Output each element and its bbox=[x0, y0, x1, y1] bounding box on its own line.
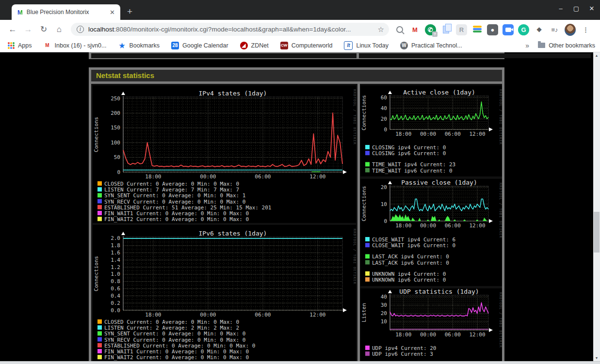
r-extension-icon[interactable]: R bbox=[456, 24, 467, 35]
tab-title: Blue Precision Monitorix bbox=[27, 9, 108, 16]
calendar-icon: 28 bbox=[171, 42, 179, 49]
svg-text:60: 60 bbox=[381, 95, 387, 101]
svg-text:1.2: 1.2 bbox=[111, 264, 120, 270]
page-info-icon[interactable]: i bbox=[77, 26, 84, 33]
minimize-button[interactable]: – bbox=[556, 5, 565, 12]
bookmark-item-wordpress[interactable]: WPractical Technol... bbox=[400, 41, 462, 50]
search-icon[interactable] bbox=[394, 24, 405, 35]
graph-passive-close[interactable]: Passive close (1day)0102018:0000:0006:00… bbox=[360, 179, 502, 286]
menu-dots-icon[interactable]: ⋮ bbox=[580, 24, 591, 35]
svg-text:12:00: 12:00 bbox=[469, 131, 485, 137]
bookmarks-overflow-chevron[interactable]: » bbox=[525, 42, 529, 49]
svg-text:UDP statistics (1day): UDP statistics (1day) bbox=[399, 288, 479, 295]
url-text[interactable]: localhost:8080/monitorix-cgi/monitorix.c… bbox=[88, 26, 374, 33]
tab-strip: M Blue Precision Monitorix ✕ + – ▢ ✕ bbox=[0, 0, 600, 20]
svg-text:1.6: 1.6 bbox=[111, 250, 120, 256]
vertical-scrollbar[interactable]: ▲ ▼ bbox=[593, 52, 600, 361]
previous-table-bottom bbox=[89, 52, 504, 59]
window-close-button[interactable]: ✕ bbox=[587, 5, 596, 12]
svg-text:0.2: 0.2 bbox=[111, 300, 120, 306]
address-bar[interactable]: i localhost:8080/monitorix-cgi/monitorix… bbox=[71, 23, 389, 36]
svg-text:FIN_WAIT2 Current: 0: FIN_WAIT2 Current: 0 Average: 0 Min: 0 M… bbox=[104, 354, 249, 361]
svg-text:0: 0 bbox=[117, 169, 120, 175]
svg-text:ESTABLISHED Current: 0: ESTABLISHED Current: 0 Average: 0 Min: 0… bbox=[104, 343, 255, 349]
avatar[interactable] bbox=[565, 24, 576, 35]
grammarly-icon[interactable]: G bbox=[518, 24, 529, 35]
graph-active-close[interactable]: Active close (1day)020406018:0000:0006:0… bbox=[360, 85, 502, 176]
svg-text:10: 10 bbox=[381, 318, 387, 325]
svg-text:Connections: Connections bbox=[93, 256, 99, 291]
svg-text:Connections: Connections bbox=[361, 95, 367, 130]
books-icon[interactable] bbox=[471, 24, 483, 35]
svg-text:Active close (1day): Active close (1day) bbox=[403, 89, 475, 96]
horizontal-scrollbar[interactable] bbox=[0, 361, 600, 364]
other-bookmarks[interactable]: Other bookmarks bbox=[538, 42, 595, 49]
bookmark-item-linuxtoday[interactable]: ltLinux Today bbox=[344, 41, 389, 50]
home-button[interactable]: ⌂ bbox=[51, 25, 67, 34]
forward-button[interactable]: → bbox=[20, 25, 36, 34]
apps-shortcut[interactable]: Apps bbox=[8, 42, 32, 49]
svg-text:IPv6 states (1day): IPv6 states (1day) bbox=[199, 230, 267, 237]
puzzle-icon[interactable]: ❖ bbox=[534, 24, 545, 35]
maximize-button[interactable]: ▢ bbox=[572, 5, 581, 12]
bookmark-item-zdnet[interactable]: ◢ZDNet bbox=[240, 41, 269, 50]
scrollbar-thumb[interactable] bbox=[594, 212, 600, 253]
back-button[interactable]: ← bbox=[5, 25, 20, 34]
wordpress-icon: W bbox=[400, 42, 408, 49]
copy-pages-icon[interactable] bbox=[440, 24, 452, 35]
svg-text:1.0: 1.0 bbox=[111, 271, 120, 277]
svg-text:06:00: 06:00 bbox=[255, 174, 271, 180]
svg-text:ESTABLISHED Current: 51: ESTABLISHED Current: 51 Average: 25 Min:… bbox=[104, 205, 271, 211]
svg-text:2.0: 2.0 bbox=[111, 235, 120, 241]
svg-text:SYN_SENT Current: 0: SYN_SENT Current: 0 Average: 0 Min: 0 Ma… bbox=[104, 331, 245, 337]
bookmark-items: MInbox (16) - sjvn0...★Bookmarks28Google… bbox=[44, 41, 462, 50]
svg-text:LAST_ACK ipv4 Current:: LAST_ACK ipv4 Current: 0 bbox=[372, 253, 449, 260]
svg-text:00:00: 00:00 bbox=[420, 131, 436, 137]
playlist-icon[interactable]: ≡♪ bbox=[549, 24, 560, 35]
svg-text:18:00: 18:00 bbox=[145, 312, 161, 318]
linuxtoday-icon: lt bbox=[344, 41, 353, 50]
browser-tab[interactable]: M Blue Precision Monitorix ✕ bbox=[12, 4, 120, 20]
extension-icons: M✆?R●G❖≡♪⋮ bbox=[394, 23, 591, 36]
svg-text:Passive close (1day): Passive close (1day) bbox=[401, 179, 477, 186]
star-icon: ★ bbox=[118, 42, 126, 49]
graph-udp-statistics[interactable]: UDP statistics (1day)1020304018:0000:000… bbox=[360, 288, 502, 362]
svg-text:CLOSED Current: 0: CLOSED Current: 0 Average: 0 Min: 0 Max:… bbox=[104, 181, 239, 187]
svg-text:FIN_WAIT1 Current: 0: FIN_WAIT1 Current: 0 Average: 0 Min: 0 M… bbox=[104, 210, 249, 217]
svg-text:0.4: 0.4 bbox=[111, 293, 120, 299]
reload-button[interactable]: ↻ bbox=[36, 24, 51, 34]
svg-text:TIME_WAIT ipv6 Current:: TIME_WAIT ipv6 Current: 0 bbox=[372, 168, 453, 174]
svg-text:0.6: 0.6 bbox=[111, 285, 120, 292]
scroll-down-icon[interactable]: ▼ bbox=[593, 355, 600, 361]
svg-text:CLOSED Current: 0: CLOSED Current: 0 Average: 0 Min: 0 Max:… bbox=[104, 319, 239, 325]
bookmark-item-cw[interactable]: CWComputerworld bbox=[280, 41, 333, 50]
svg-text:12:00: 12:00 bbox=[469, 332, 485, 338]
graph-ipv4-states[interactable]: IPv4 states (1day)05010015020025018:0000… bbox=[93, 85, 356, 223]
bookmark-item-gmail[interactable]: MInbox (16) - sjvn0... bbox=[44, 41, 107, 50]
svg-text:150: 150 bbox=[111, 125, 120, 131]
bookmark-label: Linux Today bbox=[356, 42, 389, 49]
zdnet-icon: ◢ bbox=[240, 42, 248, 49]
svg-text:TIME_WAIT ipv4 Current:: TIME_WAIT ipv4 Current: 23 bbox=[372, 161, 455, 168]
voice-icon[interactable]: ✆? bbox=[425, 24, 436, 35]
gmail-icon[interactable]: M bbox=[409, 24, 421, 35]
zoom-icon[interactable] bbox=[503, 24, 514, 35]
gmail-icon: M bbox=[44, 42, 51, 49]
svg-text:12:00: 12:00 bbox=[469, 222, 485, 229]
bookmark-item-star[interactable]: ★Bookmarks bbox=[118, 41, 160, 50]
scroll-up-icon[interactable]: ▲ bbox=[593, 52, 600, 59]
new-tab-button[interactable]: + bbox=[127, 6, 132, 17]
keep-icon[interactable]: ● bbox=[487, 24, 498, 35]
svg-text:SYN_SENT Current: 0: SYN_SENT Current: 0 Average: 0 Min: 0 Ma… bbox=[104, 192, 245, 199]
svg-text:RRDTOOL / TOBI OETIKER: RRDTOOL / TOBI OETIKER bbox=[353, 229, 356, 285]
bookmark-item-calendar[interactable]: 28Google Calendar bbox=[171, 41, 228, 50]
svg-text:0: 0 bbox=[384, 218, 387, 224]
bookmark-star-icon[interactable]: ☆ bbox=[378, 25, 384, 34]
graph-ipv6-states[interactable]: IPv6 states (1day)0.00.20.40.60.81.01.21… bbox=[93, 225, 356, 362]
svg-text:18:00: 18:00 bbox=[395, 131, 411, 137]
svg-text:00:00: 00:00 bbox=[420, 332, 436, 338]
svg-text:CLOSING ipv4 Current:: CLOSING ipv4 Current: 0 bbox=[372, 144, 446, 151]
svg-text:18:00: 18:00 bbox=[395, 222, 411, 229]
svg-text:10: 10 bbox=[381, 201, 387, 207]
tab-close-icon[interactable]: ✕ bbox=[108, 9, 116, 16]
